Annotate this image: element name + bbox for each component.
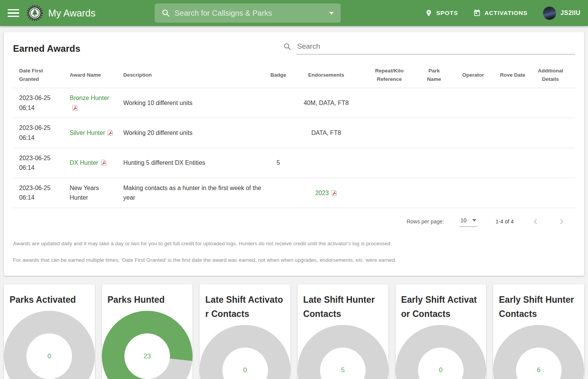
search-icon <box>283 43 291 51</box>
donut-chart: 0 <box>4 311 95 379</box>
award-link[interactable]: DX Hunter <box>70 159 107 166</box>
cell-description: Working 10 different units <box>123 88 268 118</box>
nav-activations[interactable]: ACTIVATIONS <box>473 9 528 17</box>
cell-additional-details <box>532 88 575 118</box>
cell-park-name <box>421 178 453 208</box>
chevron-down-icon <box>472 219 476 221</box>
pdf-icon[interactable] <box>331 190 337 196</box>
cell-repeat-kilo <box>364 178 421 208</box>
donut-value: 5 <box>341 366 345 374</box>
col-operator: Operator <box>453 63 499 88</box>
stat-card: Early Shift Activator Contacts 0 <box>395 284 487 379</box>
col-award-name: Award Name <box>70 63 123 88</box>
stat-card: Parks Hunted 23 <box>102 284 193 379</box>
cell-rove-date <box>499 88 532 118</box>
award-link[interactable]: Silver Hunter <box>70 130 113 136</box>
global-search-input[interactable] <box>175 9 329 18</box>
pdf-icon[interactable] <box>100 159 107 166</box>
main-content: Earned Awards Date First Granted Award N… <box>0 26 588 379</box>
cell-description: Working 20 different units <box>123 118 268 148</box>
cell-badge <box>268 88 295 118</box>
cell-date: 2023-06-25 06:14 <box>13 148 70 178</box>
donut-hole: 6 <box>516 348 562 379</box>
endorsement-link[interactable]: 2023 <box>315 190 337 196</box>
donut-value: 0 <box>243 366 247 374</box>
cell-award-name: Silver Hunter <box>70 118 123 148</box>
pagination-range: 1-4 of 4 <box>496 218 514 225</box>
chevron-down-icon[interactable] <box>329 12 334 15</box>
cell-date: 2023-06-25 06:14 <box>13 88 70 118</box>
pdf-icon[interactable] <box>107 130 113 136</box>
global-search[interactable] <box>155 3 341 23</box>
next-page-button[interactable] <box>557 217 566 226</box>
rows-per-page-label: Rows per page: <box>407 218 444 225</box>
donut-hole: 0 <box>26 333 72 379</box>
donut-chart: 0 <box>199 325 291 379</box>
prev-page-button[interactable] <box>531 217 540 226</box>
awards-note: For awards that can be earned multiple t… <box>13 257 575 263</box>
page-title: My Awards <box>48 8 96 19</box>
cell-park-name <box>421 148 453 178</box>
cell-date: 2023-06-25 06:14 <box>13 178 70 208</box>
donut-chart: 0 <box>395 325 487 379</box>
col-park-name: Park Name <box>421 63 453 88</box>
cell-operator <box>453 118 499 148</box>
col-date-first-granted: Date First Granted <box>13 63 70 88</box>
user-callsign: JS2IIU <box>560 10 580 16</box>
cell-badge <box>268 178 295 208</box>
location-pin-icon <box>425 9 433 17</box>
stat-card-title: Late Shift Hunter Contacts <box>303 293 383 321</box>
cell-park-name <box>421 118 453 148</box>
cell-date: 2023-06-25 06:14 <box>13 118 70 148</box>
user-menu[interactable]: JS2IIU <box>543 7 580 20</box>
stats-row: Parks Activated 0 Parks Hunted 23 Late S… <box>4 284 584 379</box>
cell-operator <box>453 148 499 178</box>
stat-card: Late Shift Hunter Contacts 5 <box>297 284 389 379</box>
cell-description: Hunting 5 different DX Entities <box>123 148 268 178</box>
award-link[interactable]: Bronze Hunter <box>70 95 109 111</box>
donut-value: 0 <box>47 353 51 360</box>
stat-card-title: Parks Hunted <box>108 293 187 307</box>
cell-park-name <box>421 88 453 118</box>
donut-value: 0 <box>439 366 443 374</box>
menu-button[interactable] <box>8 8 19 18</box>
col-description: Description <box>123 63 268 88</box>
earned-awards-heading: Earned Awards <box>13 43 80 54</box>
cell-rove-date <box>499 178 532 208</box>
col-additional-details: Additional Details <box>532 63 575 88</box>
nav-spots[interactable]: SPOTS <box>425 9 458 17</box>
navbar: My Awards SPOTS ACTIVATIONS JS2IIU <box>0 0 588 26</box>
pota-logo[interactable] <box>27 5 43 21</box>
rows-per-page-select[interactable]: 10 <box>459 217 477 227</box>
cell-additional-details <box>532 178 575 208</box>
col-badge: Badge <box>268 63 295 88</box>
stat-card-title: Early Shift Hunter Contacts <box>499 293 578 321</box>
stat-card-title: Early Shift Activator Contacts <box>401 293 481 321</box>
cell-repeat-kilo <box>364 118 421 148</box>
stat-card: Late Shift Activator Contacts 0 <box>199 284 291 379</box>
cell-badge: 5 <box>268 148 295 178</box>
cell-award-name: DX Hunter <box>70 148 123 178</box>
pdf-icon[interactable] <box>72 105 78 111</box>
cell-additional-details <box>532 118 575 148</box>
col-rove-date: Rove Date <box>499 63 532 88</box>
nav-spots-label: SPOTS <box>436 10 458 16</box>
cell-rove-date <box>499 118 532 148</box>
avatar <box>543 7 556 20</box>
nav-activations-label: ACTIVATIONS <box>484 10 528 16</box>
cell-rove-date <box>499 148 532 178</box>
cell-endorsements: DATA, FT8 <box>295 118 364 148</box>
donut-chart: 23 <box>102 311 193 379</box>
cell-endorsements: 40M, DATA, FT8 <box>295 88 364 118</box>
cell-additional-details <box>532 148 575 178</box>
awards-note: Awards are updated daily and it may take… <box>13 241 575 246</box>
awards-table: Date First Granted Award Name Descriptio… <box>13 63 575 208</box>
cell-repeat-kilo <box>364 148 421 178</box>
cell-endorsements: 2023 <box>295 178 364 208</box>
donut-chart: 5 <box>297 325 389 379</box>
donut-value: 23 <box>144 353 151 360</box>
table-row: 2023-06-25 06:14 Silver Hunter Working 2… <box>13 118 575 148</box>
cell-repeat-kilo <box>364 88 421 118</box>
awards-search-input[interactable] <box>296 41 575 54</box>
calendar-icon <box>473 9 481 17</box>
